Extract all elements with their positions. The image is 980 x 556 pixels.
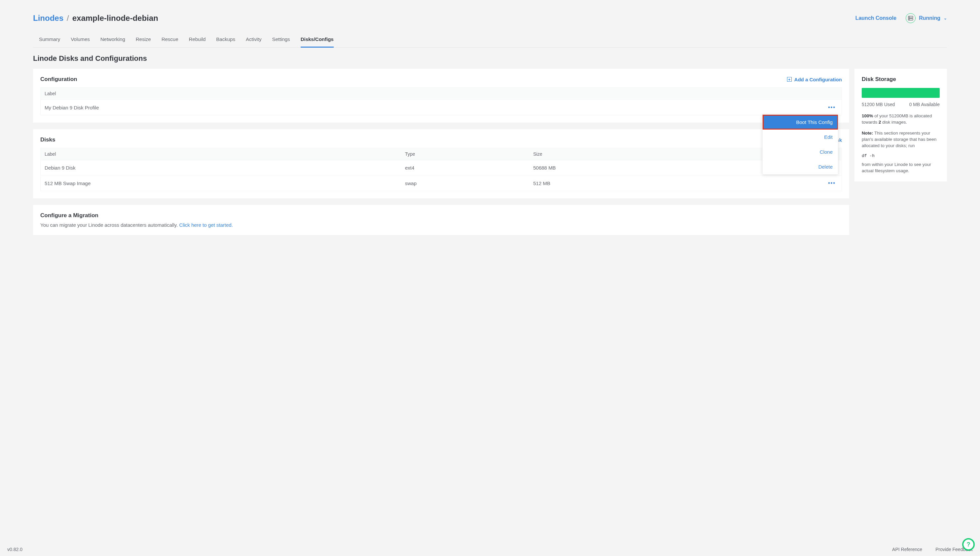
tab-activity[interactable]: Activity bbox=[246, 32, 262, 48]
tabs: Summary Volumes Networking Resize Rescue… bbox=[33, 32, 947, 48]
tab-backups[interactable]: Backups bbox=[216, 32, 235, 48]
breadcrumb: Linodes / example-linode-debian bbox=[33, 13, 158, 23]
config-row-label: My Debian 9 Disk Profile bbox=[40, 100, 822, 115]
configuration-table: Label My Debian 9 Disk Profile ••• Boot … bbox=[40, 87, 842, 115]
tab-volumes[interactable]: Volumes bbox=[71, 32, 90, 48]
footer-version: v0.82.0 bbox=[7, 547, 23, 552]
page-title: Linode Disks and Configurations bbox=[33, 54, 947, 63]
storage-title: Disk Storage bbox=[862, 76, 940, 82]
table-row: 512 MB Swap Image swap 512 MB ••• bbox=[40, 176, 842, 191]
disk-type: swap bbox=[401, 176, 529, 191]
disks-col-label: Label bbox=[40, 148, 401, 160]
tab-rescue[interactable]: Rescue bbox=[161, 32, 179, 48]
storage-used: 51200 MB Used bbox=[862, 102, 895, 107]
launch-console-button[interactable]: Launch Console bbox=[856, 15, 896, 21]
migration-text: You can migrate your Linode across datac… bbox=[40, 222, 179, 228]
configuration-panel: Configuration + Add a Configuration Labe… bbox=[33, 69, 849, 123]
tab-summary[interactable]: Summary bbox=[39, 32, 60, 48]
svg-point-2 bbox=[909, 17, 910, 17]
disks-title: Disks bbox=[40, 137, 55, 143]
table-row: My Debian 9 Disk Profile ••• Boot This C… bbox=[40, 100, 842, 115]
storage-available: 0 MB Available bbox=[909, 102, 940, 107]
disk-label: 512 MB Swap Image bbox=[40, 176, 401, 191]
menu-edit[interactable]: Edit bbox=[762, 129, 838, 144]
migration-panel: Configure a Migration You can migrate yo… bbox=[33, 205, 849, 235]
table-row: Debian 9 Disk ext4 50688 MB bbox=[40, 160, 842, 176]
footer: v0.82.0 API Reference Provide Feedback bbox=[0, 543, 980, 556]
menu-delete[interactable]: Delete bbox=[762, 159, 838, 174]
breadcrumb-current: example-linode-debian bbox=[73, 13, 158, 23]
status-dropdown[interactable]: Running ⌄ bbox=[906, 13, 947, 23]
tab-rebuild[interactable]: Rebuild bbox=[189, 32, 206, 48]
disks-col-type: Type bbox=[401, 148, 529, 160]
storage-command: df -h bbox=[862, 154, 940, 158]
menu-boot-this-config[interactable]: Boot This Config bbox=[762, 115, 838, 129]
configuration-title: Configuration bbox=[40, 76, 77, 82]
tab-settings[interactable]: Settings bbox=[272, 32, 290, 48]
disk-type: ext4 bbox=[401, 160, 529, 176]
status-label: Running bbox=[919, 15, 940, 21]
tab-disks-configs[interactable]: Disks/Configs bbox=[301, 32, 334, 48]
disk-size: 512 MB bbox=[529, 176, 822, 191]
config-actions-menu: Boot This Config Edit Clone Delete bbox=[762, 115, 838, 175]
disk-row-actions-button[interactable]: ••• bbox=[826, 180, 838, 186]
storage-note: Note: This section represents your plan'… bbox=[862, 130, 940, 149]
svg-point-3 bbox=[909, 19, 910, 19]
add-configuration-button[interactable]: + Add a Configuration bbox=[787, 77, 842, 82]
disk-storage-panel: Disk Storage 51200 MB Used 0 MB Availabl… bbox=[854, 69, 947, 181]
storage-allocation-text: 100% of your 51200MB is allocated toward… bbox=[862, 113, 940, 126]
chevron-down-icon: ⌄ bbox=[944, 16, 947, 21]
server-icon bbox=[906, 13, 916, 23]
footer-api-reference[interactable]: API Reference bbox=[892, 547, 922, 552]
help-fab[interactable]: ? bbox=[962, 538, 975, 551]
breadcrumb-separator: / bbox=[67, 13, 69, 23]
disk-label: Debian 9 Disk bbox=[40, 160, 401, 176]
breadcrumb-parent[interactable]: Linodes bbox=[33, 13, 63, 23]
tab-networking[interactable]: Networking bbox=[100, 32, 125, 48]
help-icon: ? bbox=[967, 541, 970, 548]
migration-title: Configure a Migration bbox=[40, 212, 842, 219]
plus-icon: + bbox=[787, 77, 791, 82]
config-col-label: Label bbox=[40, 87, 822, 100]
add-configuration-label: Add a Configuration bbox=[794, 77, 842, 82]
tab-resize[interactable]: Resize bbox=[136, 32, 151, 48]
disks-table: Label Type Size Debian 9 Disk ext4 50688… bbox=[40, 148, 842, 191]
storage-usage-bar bbox=[862, 88, 940, 98]
menu-clone[interactable]: Clone bbox=[762, 144, 838, 159]
disks-panel: Disks sk Label Type Size bbox=[33, 129, 849, 198]
config-row-actions-button[interactable]: ••• bbox=[826, 105, 838, 110]
migration-link[interactable]: Click here to get started. bbox=[179, 222, 233, 228]
storage-note-tail: from within your Linode to see your actu… bbox=[862, 162, 940, 174]
